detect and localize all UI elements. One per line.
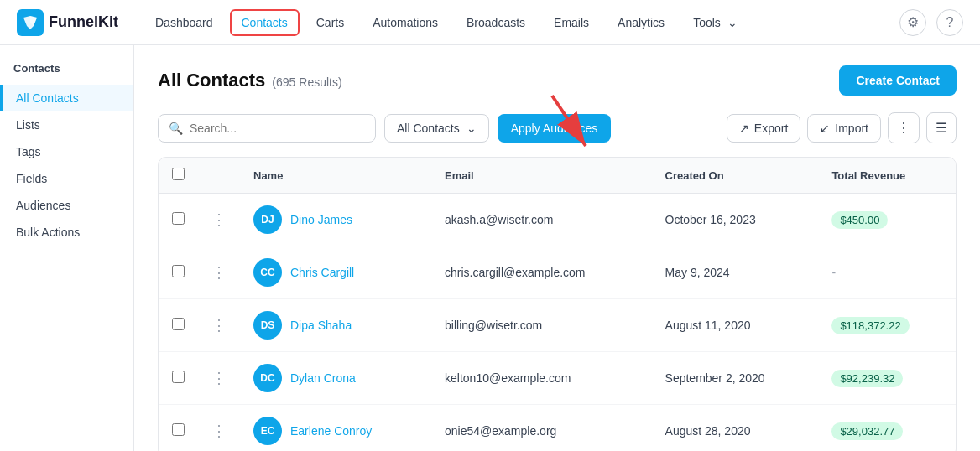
select-all-checkbox[interactable] bbox=[172, 168, 185, 180]
page-header: All Contacts (695 Results) Create Contac… bbox=[158, 65, 957, 96]
help-icon[interactable]: ? bbox=[936, 9, 963, 36]
name-cell: DS Dipa Shaha bbox=[253, 311, 418, 340]
table-row: ⋮ DJ Dino James akash.a@wisetr.com Octob… bbox=[159, 194, 956, 246]
revenue-badge: $450.00 bbox=[831, 211, 888, 229]
row-menu-cell[interactable]: ⋮ bbox=[198, 405, 240, 452]
nav-tools[interactable]: Tools ⌄ bbox=[681, 9, 749, 36]
nav-items: Dashboard Contacts Carts Automations Bro… bbox=[143, 9, 899, 36]
sidebar-item-fields[interactable]: Fields bbox=[0, 165, 133, 192]
row-checkbox-cell bbox=[159, 299, 198, 352]
contact-name[interactable]: Dino James bbox=[290, 213, 352, 226]
apply-audiences-button[interactable]: Apply Audiences bbox=[498, 114, 612, 143]
row-revenue-cell: $29,032.77 bbox=[818, 405, 956, 452]
row-dots-menu[interactable]: ⋮ bbox=[211, 370, 227, 386]
row-checkbox-1[interactable] bbox=[172, 265, 185, 277]
page-title: All Contacts bbox=[158, 70, 265, 91]
row-dots-menu[interactable]: ⋮ bbox=[211, 211, 227, 228]
table-row: ⋮ CC Chris Cargill chris.cargill@example… bbox=[159, 246, 956, 299]
revenue-badge: $92,239.32 bbox=[831, 370, 903, 387]
row-name-cell: EC Earlene Conroy bbox=[240, 405, 431, 452]
layout: Contacts All Contacts Lists Tags Fields … bbox=[0, 45, 980, 451]
row-checkbox-4[interactable] bbox=[172, 423, 185, 436]
row-checkbox-0[interactable] bbox=[172, 212, 185, 225]
logo[interactable]: FunnelKit bbox=[17, 9, 118, 36]
import-button[interactable]: ↙ Import bbox=[807, 114, 881, 143]
audience-dropdown-value: All Contacts bbox=[397, 122, 460, 135]
toolbar-right: ↗ Export ↙ Import ⋮ ☰ bbox=[727, 112, 957, 143]
row-email-cell: kelton10@example.com bbox=[431, 352, 652, 405]
contact-name[interactable]: Chris Cargill bbox=[290, 266, 354, 279]
filter-button[interactable]: ☰ bbox=[926, 112, 957, 143]
contact-avatar: EC bbox=[253, 417, 282, 445]
sidebar-item-lists[interactable]: Lists bbox=[0, 111, 133, 138]
row-date-cell: September 2, 2020 bbox=[652, 352, 819, 405]
contact-name[interactable]: Dipa Shaha bbox=[290, 319, 352, 332]
row-date-cell: August 28, 2020 bbox=[652, 405, 819, 452]
row-email-cell: akash.a@wisetr.com bbox=[431, 194, 652, 246]
settings-icon[interactable]: ⚙ bbox=[899, 9, 926, 36]
row-email-cell: chris.cargill@example.com bbox=[431, 246, 652, 299]
row-dots-menu[interactable]: ⋮ bbox=[211, 422, 227, 439]
row-menu-cell[interactable]: ⋮ bbox=[198, 299, 240, 352]
table-header-row: Name Email Created On Total Revenue bbox=[159, 158, 956, 194]
columns-filter-button[interactable]: ⋮ bbox=[888, 112, 920, 143]
row-menu-cell[interactable]: ⋮ bbox=[198, 194, 240, 246]
row-checkbox-3[interactable] bbox=[172, 371, 185, 383]
nav-contacts[interactable]: Contacts bbox=[230, 9, 300, 36]
nav-analytics[interactable]: Analytics bbox=[606, 9, 676, 36]
row-email-cell: billing@wisetr.com bbox=[431, 299, 652, 352]
row-revenue-cell: $118,372.22 bbox=[818, 299, 956, 352]
row-menu-cell[interactable]: ⋮ bbox=[198, 246, 240, 299]
filter-icon: ☰ bbox=[936, 120, 947, 136]
row-checkbox-cell bbox=[159, 405, 198, 452]
row-dots-menu[interactable]: ⋮ bbox=[211, 264, 227, 281]
search-icon: 🔍 bbox=[169, 122, 183, 135]
contact-name[interactable]: Earlene Conroy bbox=[290, 424, 372, 438]
search-input[interactable] bbox=[190, 122, 365, 135]
export-icon: ↗ bbox=[739, 122, 749, 135]
row-date-cell: May 9, 2024 bbox=[652, 246, 819, 299]
row-checkbox-cell bbox=[159, 352, 198, 405]
chevron-down-icon: ⌄ bbox=[727, 16, 738, 29]
import-label: Import bbox=[835, 122, 868, 135]
row-revenue-cell: $450.00 bbox=[818, 194, 956, 246]
row-date-cell: August 11, 2020 bbox=[652, 299, 819, 352]
contacts-table: Name Email Created On Total Revenue ⋮ DJ… bbox=[159, 158, 956, 451]
nav-carts[interactable]: Carts bbox=[305, 9, 356, 36]
row-checkbox-2[interactable] bbox=[172, 318, 185, 330]
sidebar-item-all-contacts[interactable]: All Contacts bbox=[0, 85, 133, 111]
nav-broadcasts[interactable]: Broadcasts bbox=[455, 9, 537, 36]
nav-right: ⚙ ? bbox=[899, 9, 963, 36]
sidebar-item-tags[interactable]: Tags bbox=[0, 138, 133, 165]
header-checkbox-cell bbox=[159, 158, 198, 194]
contact-name[interactable]: Dylan Crona bbox=[290, 371, 356, 385]
row-name-cell: DC Dylan Crona bbox=[240, 352, 431, 405]
search-box[interactable]: 🔍 bbox=[158, 114, 376, 143]
row-checkbox-cell bbox=[159, 246, 198, 299]
nav-dashboard[interactable]: Dashboard bbox=[143, 9, 225, 36]
header-created-on: Created On bbox=[652, 158, 819, 194]
sidebar-title: Contacts bbox=[0, 62, 133, 85]
sidebar-item-audiences[interactable]: Audiences bbox=[0, 192, 133, 219]
row-menu-cell[interactable]: ⋮ bbox=[198, 352, 240, 405]
row-date-cell: October 16, 2023 bbox=[652, 194, 819, 246]
logo-text: FunnelKit bbox=[49, 13, 118, 31]
results-count: (695 Results) bbox=[272, 75, 341, 89]
row-dots-menu[interactable]: ⋮ bbox=[211, 317, 227, 334]
row-name-cell: DJ Dino James bbox=[240, 194, 431, 246]
row-revenue-cell: $92,239.32 bbox=[818, 352, 956, 405]
audience-dropdown[interactable]: All Contacts ⌄ bbox=[384, 114, 489, 143]
export-label: Export bbox=[754, 122, 788, 135]
nav-emails[interactable]: Emails bbox=[542, 9, 601, 36]
row-revenue-cell: - bbox=[818, 246, 956, 299]
toolbar: 🔍 All Contacts ⌄ Apply Audiences ↗ Expor… bbox=[158, 112, 957, 143]
row-name-cell: DS Dipa Shaha bbox=[240, 299, 431, 352]
create-contact-button[interactable]: Create Contact bbox=[839, 65, 957, 96]
sidebar-item-bulk-actions[interactable]: Bulk Actions bbox=[0, 219, 133, 246]
main-content: All Contacts (695 Results) Create Contac… bbox=[134, 45, 980, 451]
name-cell: DJ Dino James bbox=[253, 205, 418, 234]
nav-automations[interactable]: Automations bbox=[361, 9, 450, 36]
contact-avatar: CC bbox=[253, 258, 282, 287]
row-name-cell: CC Chris Cargill bbox=[240, 246, 431, 299]
export-button[interactable]: ↗ Export bbox=[727, 114, 800, 143]
